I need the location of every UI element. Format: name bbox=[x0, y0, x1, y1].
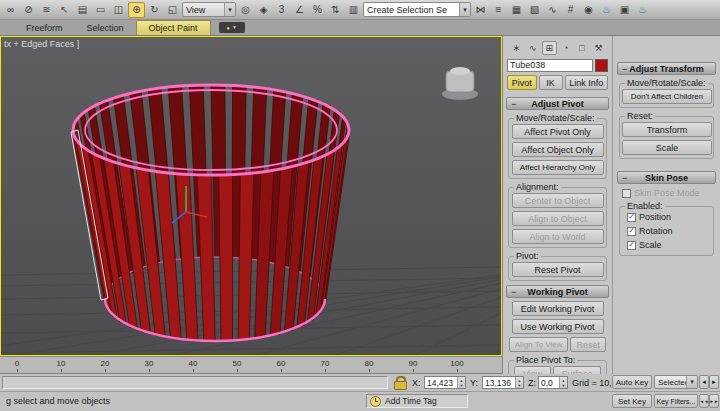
time-ruler[interactable]: 0 10 20 30 40 50 60 70 80 90 100 bbox=[0, 356, 502, 374]
mirror-icon[interactable]: ⋈ bbox=[472, 2, 489, 18]
previous-key-button[interactable]: ◄ bbox=[699, 375, 709, 389]
viewport-canvas[interactable] bbox=[1, 37, 501, 355]
adjust-transform-header[interactable]: Adjust Transform bbox=[617, 62, 716, 75]
spinner-icon[interactable] bbox=[559, 377, 567, 388]
schematic-view-icon[interactable]: # bbox=[562, 2, 579, 18]
edit-named-selection-sets-icon[interactable]: ▥ bbox=[345, 2, 362, 18]
viewport-shading-label[interactable]: tx + Edged Faces ] bbox=[4, 39, 79, 49]
align-to-world-button[interactable]: Align to World bbox=[512, 229, 604, 244]
rotation-checkbox[interactable]: Rotation bbox=[627, 226, 706, 236]
layer-manager-icon[interactable]: ▦ bbox=[508, 2, 525, 18]
spinner-snap-icon[interactable]: ⇅ bbox=[327, 2, 344, 18]
next-key-button[interactable]: ► bbox=[709, 375, 719, 389]
use-pivot-center-icon[interactable]: ◎ bbox=[237, 2, 254, 18]
select-and-manipulate-icon[interactable]: ◈ bbox=[255, 2, 272, 18]
set-key-button[interactable]: Set Key bbox=[612, 394, 652, 408]
main-toolbar: ∞ ⊘ ≋ ↖ ▤ ▭ ◫ ⊕ ↻ ◱ View ◎ ◈ 3 ∠ % ⇅ ▥ C… bbox=[0, 0, 720, 20]
timeline-tick: 60 bbox=[270, 359, 292, 368]
bind-to-space-warp-icon[interactable]: ≋ bbox=[38, 2, 55, 18]
affect-pivot-only-button[interactable]: Affect Pivot Only bbox=[512, 124, 604, 139]
utilities-tab-icon[interactable]: ⚒ bbox=[591, 41, 606, 55]
rectangular-selection-icon[interactable]: ▭ bbox=[92, 2, 109, 18]
align-to-view-button[interactable]: Align To View bbox=[509, 337, 568, 352]
mrs-group-label: Move/Rotate/Scale: bbox=[514, 113, 597, 123]
working-pivot-reset-button[interactable]: Reset bbox=[570, 337, 606, 352]
checkbox-checked-icon[interactable] bbox=[627, 227, 636, 236]
y-coordinate-field[interactable]: 13,136 bbox=[482, 376, 524, 389]
align-icon[interactable]: ≡ bbox=[490, 2, 507, 18]
checkbox-unchecked-icon[interactable] bbox=[622, 189, 631, 198]
chevron-down-icon[interactable] bbox=[459, 3, 470, 16]
select-and-move-icon[interactable]: ⊕ bbox=[128, 2, 145, 18]
angle-snap-icon[interactable]: ∠ bbox=[291, 2, 308, 18]
chevron-down-icon[interactable] bbox=[224, 3, 235, 16]
create-tab-icon[interactable]: ∗ bbox=[509, 41, 524, 55]
ribbon-paint-flyout[interactable]: ● ▼ bbox=[219, 22, 245, 33]
object-color-swatch[interactable] bbox=[595, 59, 608, 72]
hierarchy-tab-icon[interactable]: ⊞ bbox=[542, 41, 557, 55]
status-listener-field[interactable] bbox=[2, 376, 388, 389]
modify-tab-icon[interactable]: ∿ bbox=[525, 41, 540, 55]
use-working-pivot-button[interactable]: Use Working Pivot bbox=[512, 319, 604, 334]
select-by-name-icon[interactable]: ▤ bbox=[74, 2, 91, 18]
material-editor-icon[interactable]: ◉ bbox=[580, 2, 597, 18]
reference-coordinate-dropdown[interactable]: View bbox=[182, 2, 236, 17]
graphite-ribbon-icon[interactable]: ▧ bbox=[526, 2, 543, 18]
skin-pose-mode-checkbox[interactable]: Skin Pose Mode bbox=[622, 188, 711, 198]
time-tag-field[interactable]: Add Time Tag bbox=[366, 394, 468, 408]
previous-frame-button[interactable]: ◄◄ bbox=[699, 394, 709, 408]
spinner-icon[interactable] bbox=[457, 377, 465, 388]
ribbon-tab-bar: Freeform Selection Object Paint ● ▼ bbox=[0, 20, 720, 36]
render-setup-icon[interactable]: ♨ bbox=[598, 2, 615, 18]
checkbox-checked-icon[interactable] bbox=[627, 241, 636, 250]
z-coordinate-field[interactable]: 0,0 bbox=[538, 376, 568, 389]
y-coordinate-value: 13,136 bbox=[485, 378, 511, 388]
position-checkbox[interactable]: Position bbox=[627, 212, 706, 222]
select-and-rotate-icon[interactable]: ↻ bbox=[146, 2, 163, 18]
curve-editor-icon[interactable]: ∿ bbox=[544, 2, 561, 18]
skin-pose-header[interactable]: Skin Pose bbox=[617, 171, 716, 184]
reset-scale-button[interactable]: Scale bbox=[622, 140, 712, 155]
select-and-scale-icon[interactable]: ◱ bbox=[164, 2, 181, 18]
tab-object-paint[interactable]: Object Paint bbox=[136, 20, 211, 35]
adjust-pivot-header[interactable]: Adjust Pivot bbox=[506, 97, 609, 110]
skin-pose-mode-label: Skin Pose Mode bbox=[634, 188, 700, 198]
select-and-link-icon[interactable]: ∞ bbox=[2, 2, 19, 18]
working-pivot-header[interactable]: Working Pivot bbox=[506, 285, 609, 298]
chevron-down-icon[interactable] bbox=[686, 376, 697, 388]
selected-filter-dropdown[interactable]: Selected bbox=[654, 375, 698, 389]
auto-key-button[interactable]: Auto Key bbox=[612, 375, 652, 389]
dont-affect-children-button[interactable]: Don't Affect Children bbox=[622, 89, 712, 104]
display-tab-icon[interactable]: □ bbox=[575, 41, 590, 55]
named-selection-set-dropdown[interactable]: Create Selection Se bbox=[363, 2, 471, 17]
x-coordinate-field[interactable]: 14,423 bbox=[424, 376, 466, 389]
affect-object-only-button[interactable]: Affect Object Only bbox=[512, 142, 604, 157]
render-production-icon[interactable]: ♨ bbox=[634, 2, 651, 18]
percent-snap-icon[interactable]: % bbox=[309, 2, 326, 18]
select-object-icon[interactable]: ↖ bbox=[56, 2, 73, 18]
perspective-viewport[interactable]: tx + Edged Faces ] bbox=[0, 36, 502, 356]
spinner-icon[interactable] bbox=[515, 377, 523, 388]
motion-tab-icon[interactable]: ◔ bbox=[558, 41, 573, 55]
window-crossing-icon[interactable]: ◫ bbox=[110, 2, 127, 18]
center-to-object-button[interactable]: Center to Object bbox=[512, 193, 604, 208]
tab-freeform[interactable]: Freeform bbox=[14, 20, 75, 35]
tab-selection[interactable]: Selection bbox=[75, 20, 136, 35]
scale-checkbox[interactable]: Scale bbox=[627, 240, 706, 250]
reset-pivot-button[interactable]: Reset Pivot bbox=[512, 262, 604, 277]
next-frame-button[interactable]: ►► bbox=[709, 394, 719, 408]
edit-working-pivot-button[interactable]: Edit Working Pivot bbox=[512, 301, 604, 316]
key-filters-button[interactable]: Key Filters... bbox=[654, 394, 698, 408]
selection-lock-icon[interactable] bbox=[394, 376, 406, 389]
affect-hierarchy-only-button[interactable]: Affect Hierarchy Only bbox=[512, 160, 604, 175]
object-name-field[interactable]: Tube038 bbox=[507, 59, 593, 72]
snaps-toggle-icon[interactable]: 3 bbox=[273, 2, 290, 18]
link-info-button[interactable]: Link Info bbox=[565, 75, 608, 90]
unlink-selection-icon[interactable]: ⊘ bbox=[20, 2, 37, 18]
rendered-frame-icon[interactable]: ▣ bbox=[616, 2, 633, 18]
pivot-button[interactable]: Pivot bbox=[507, 75, 537, 90]
align-to-object-button[interactable]: Align to Object bbox=[512, 211, 604, 226]
ik-button[interactable]: IK bbox=[539, 75, 563, 90]
checkbox-checked-icon[interactable] bbox=[627, 213, 636, 222]
reset-transform-button[interactable]: Transform bbox=[622, 122, 712, 137]
